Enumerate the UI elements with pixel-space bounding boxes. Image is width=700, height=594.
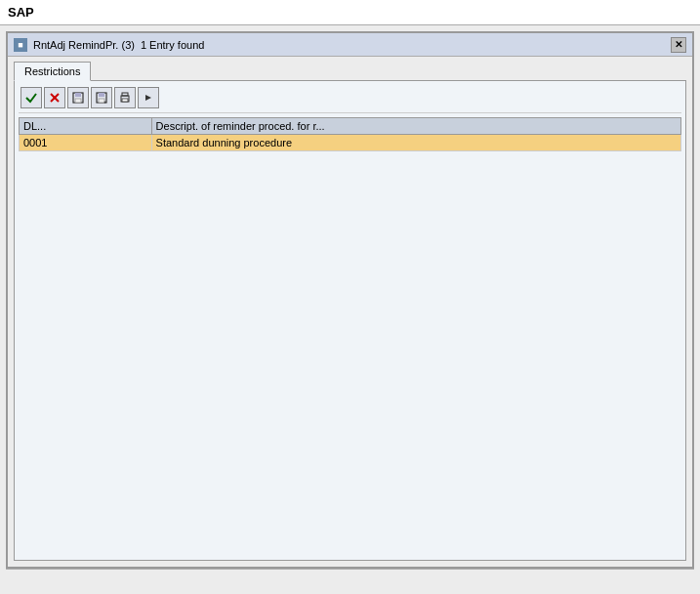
col-header-dl: DL... (20, 118, 152, 135)
dialog-title: RntAdj RemindPr. (3) (33, 39, 135, 51)
table-header-row: DL... Descript. of reminder proced. for … (20, 118, 681, 135)
print-button[interactable] (114, 87, 136, 108)
status-bar (6, 569, 694, 588)
dialog-title-bar: ■ RntAdj RemindPr. (3) 1 Entry found ✕ (8, 33, 692, 57)
x-icon (48, 91, 62, 105)
check-icon (24, 91, 38, 105)
cancel-button[interactable] (44, 87, 65, 108)
title-bar: SAP (0, 0, 700, 25)
save-button-2[interactable]: + (91, 87, 112, 108)
print-icon (118, 91, 132, 105)
close-button[interactable]: ✕ (671, 37, 686, 53)
more-icon (142, 91, 155, 105)
svg-rect-10 (122, 93, 128, 96)
cell-desc: Standard dunning procedure (151, 135, 680, 151)
save-icon-1 (71, 91, 85, 105)
svg-rect-4 (75, 99, 81, 103)
main-window: ■ RntAdj RemindPr. (3) 1 Entry found ✕ R… (0, 25, 700, 594)
dialog-icon: ■ (14, 38, 27, 52)
tab-area: Restrictions (8, 57, 692, 80)
toolbar: + (19, 85, 681, 113)
svg-rect-6 (99, 93, 104, 97)
entry-count: 1 Entry found (141, 39, 204, 51)
results-table: DL... Descript. of reminder proced. for … (19, 117, 681, 151)
save-icon-2: + (95, 91, 108, 105)
svg-rect-11 (122, 99, 128, 102)
confirm-button[interactable] (21, 87, 42, 108)
content-area: + (14, 80, 686, 561)
col-header-desc: Descript. of reminder proced. for r... (151, 118, 680, 135)
svg-marker-12 (145, 95, 151, 101)
more-button[interactable] (138, 87, 159, 108)
table-row[interactable]: 0001Standard dunning procedure (20, 135, 681, 151)
svg-text:+: + (103, 99, 107, 105)
tab-label: Restrictions (24, 65, 80, 77)
dialog-title-left: ■ RntAdj RemindPr. (3) 1 Entry found (14, 38, 204, 52)
app-title: SAP (8, 5, 34, 20)
save-button-1[interactable] (67, 87, 89, 108)
cell-dl: 0001 (20, 135, 152, 151)
dialog-window: ■ RntAdj RemindPr. (3) 1 Entry found ✕ R… (6, 31, 694, 569)
table-container: DL... Descript. of reminder proced. for … (19, 117, 681, 556)
restrictions-tab[interactable]: Restrictions (14, 62, 91, 81)
svg-rect-3 (75, 93, 81, 97)
